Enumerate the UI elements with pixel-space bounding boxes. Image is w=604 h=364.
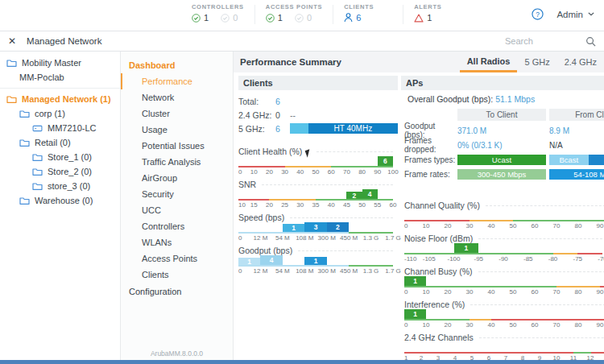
stat-clients[interactable]: CLIENTS6 <box>344 3 392 23</box>
topbar: CONTROLLERS10ACCESS POINTS10CLIENTS6ALER… <box>0 0 604 31</box>
tab-2-4-ghz[interactable]: 2.4 GHz <box>557 52 604 72</box>
tick-label: 1.7 G <box>385 267 401 275</box>
menu-item-access-points[interactable]: Access Points <box>121 250 233 267</box>
help-icon[interactable]: ? <box>532 8 544 20</box>
histogram-bar: 4 <box>362 189 378 199</box>
axis-segment <box>491 319 604 321</box>
folder-icon <box>32 153 43 162</box>
chart-interference: Interference (%)10102030405060708090100 <box>404 300 604 329</box>
total-label: Total: <box>238 97 275 106</box>
warning-triangle-icon <box>414 14 424 23</box>
tree-divider <box>0 88 120 89</box>
tick-label: 12 M <box>254 234 268 242</box>
stat-value: 1 <box>427 13 432 23</box>
menu-section-configuration[interactable]: Configuration <box>121 283 233 300</box>
table-cell: BcastMcast <box>549 155 604 165</box>
tree-item-label: Managed Network (1) <box>22 94 111 104</box>
menu-item-potential-issues[interactable]: Potential Issues <box>121 138 233 154</box>
stat-value: 1 <box>278 13 283 23</box>
stat-item-down: 0 <box>221 13 238 23</box>
histogram-bar: 1 <box>238 258 260 265</box>
tick-label: 20 <box>266 168 273 176</box>
tree-item-store-1-0[interactable]: Store_1 (0) <box>0 150 120 164</box>
table-cell: 8.9 M <box>549 126 604 135</box>
stat-label: CLIENTS <box>344 3 392 10</box>
axis-segment <box>470 220 513 221</box>
stat-access-points[interactable]: ACCESS POINTS10 <box>266 3 322 23</box>
stat-item-up: 1 <box>266 13 283 23</box>
title-leader-line <box>479 337 604 338</box>
chart-axis-line <box>238 265 393 267</box>
stat-alerts[interactable]: ALERTS1 <box>414 3 462 23</box>
menu-item-controllers[interactable]: Controllers <box>121 218 233 234</box>
stat-divider <box>403 5 403 24</box>
tab-all-radios[interactable]: All Radios <box>460 52 518 72</box>
menu-item-traffic-analysis[interactable]: Traffic Analysis <box>121 154 233 170</box>
tick-label: 10 <box>423 288 430 296</box>
chart-title-text: Channel Quality (%) <box>404 201 480 210</box>
menu-item-wlans[interactable]: WLANs <box>121 234 233 250</box>
tree-item-mm-poclab[interactable]: MM-Poclab <box>0 70 120 85</box>
clients-panel: Clients Total: 6 2.4 GHz: 0 -- 5 GHz: 6 … <box>234 76 401 364</box>
tree-item-managed-network-1[interactable]: Managed Network (1) <box>0 92 120 106</box>
tick-label: 60 <box>390 201 397 209</box>
title-leader-line <box>470 304 604 305</box>
tree-item-label: Retail (0) <box>35 138 71 147</box>
chart-bars: 1 <box>404 276 604 286</box>
menu-item-usage[interactable]: Usage <box>121 122 233 138</box>
tick-label: 70 <box>553 222 561 230</box>
menu-item-airgroup[interactable]: AirGroup <box>121 170 233 186</box>
chart-title: Speed (bps) <box>238 213 393 222</box>
chart-title: Interference (%) <box>404 300 604 309</box>
tick-label: 40 <box>488 288 495 296</box>
chart-axis-line <box>404 253 602 254</box>
tree-item-warehouse-0[interactable]: Warehouse (0) <box>0 193 120 208</box>
chart-ticks: 0102030405060708090100 <box>404 321 604 329</box>
close-icon[interactable]: ✕ <box>8 35 16 47</box>
tree-item-mm7210-lc[interactable]: MM7210-LC <box>0 121 120 135</box>
chart-noise-floor: Noise Floor (dBm)1-110-105-100-95-90-85-… <box>404 234 602 263</box>
table-cell: 371.0 M <box>457 126 546 135</box>
menu-item-security[interactable]: Security <box>121 186 233 202</box>
menu-section-dashboard[interactable]: Dashboard <box>121 57 233 73</box>
axis-segment <box>513 220 604 221</box>
menu-item-cluster[interactable]: Cluster <box>121 105 233 122</box>
title-leader-line <box>478 271 604 272</box>
menu-item-ucc[interactable]: UCC <box>121 202 233 218</box>
tick-label: -70 <box>598 255 604 263</box>
menu-item-clients[interactable]: Clients <box>121 267 233 283</box>
row-label: Frame rates: <box>404 170 457 179</box>
tick-label: -95 <box>474 255 483 263</box>
stat-values: 10 <box>266 13 322 23</box>
tree-item-store-3-0[interactable]: store_3 (0) <box>0 179 120 193</box>
tree-item-retail-0[interactable]: Retail (0) <box>0 135 120 150</box>
axis-segment <box>404 286 556 287</box>
chart-channels-24ghz: 2.4 GHz Channels1234567891011121314 <box>404 333 604 362</box>
axis-segment <box>591 352 604 354</box>
tree-item-corp-1[interactable]: corp (1) <box>0 106 120 121</box>
folder-icon <box>6 59 17 68</box>
menu-item-performance[interactable]: Performance <box>121 73 233 89</box>
page-title: Performance Summary <box>240 57 341 67</box>
chart-title-text: SNR <box>238 180 256 189</box>
tick-label: 20 <box>445 321 452 329</box>
user-menu[interactable]: Admin <box>556 10 594 19</box>
tick-label: 10 <box>250 168 258 176</box>
tick-label: 90 <box>597 222 604 230</box>
tick-label: 10 <box>423 222 430 230</box>
tick-label: 0 <box>238 267 242 275</box>
check-circle-icon <box>192 14 201 23</box>
chart-ticks: 012 M54 M108 M300 M450 M1.3 G1.7 G <box>238 234 393 242</box>
check-circle-icon <box>266 14 275 23</box>
tree-item-mobility-master[interactable]: Mobility Master <box>0 56 120 70</box>
table-row-frame-rates: Frame rates:300-450 Mbps54-108 Mbps <box>404 167 604 181</box>
stat-controllers[interactable]: CONTROLLERS10 <box>192 3 244 23</box>
clients-24ghz-row: 2.4 GHz: 0 -- <box>238 108 398 122</box>
bar-segment-ucast: Ucast <box>457 155 546 165</box>
tree-item-store-2-0[interactable]: Store_2 (0) <box>0 164 120 179</box>
menu-item-network[interactable]: Network <box>121 89 233 105</box>
search-icon[interactable] <box>585 36 596 47</box>
controller-icon <box>32 125 43 132</box>
tab-5-ghz[interactable]: 5 GHz <box>517 52 556 72</box>
search-input[interactable] <box>503 35 581 47</box>
